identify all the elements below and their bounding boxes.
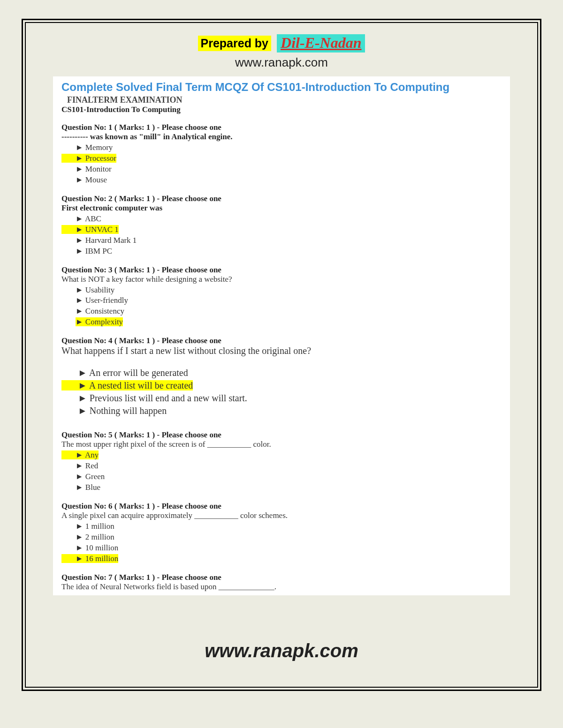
- bullet-icon: ►: [76, 225, 85, 234]
- options-list: ► 1 million ► 2 million ► 10 million ► 1…: [61, 521, 502, 564]
- option-text: ► Harvard Mark 1: [76, 236, 137, 245]
- options-list: ► Any ► Red ► Green ► Blue: [61, 450, 502, 493]
- option-label: 1 million: [85, 522, 114, 531]
- option-text: ► 16 million: [76, 554, 118, 563]
- option-indent: [61, 247, 76, 255]
- inner-border: Prepared by Dil-E-Nadan www.ranapk.com C…: [25, 22, 538, 688]
- option-label: Any: [85, 450, 99, 459]
- option: ► IBM PC: [61, 246, 502, 257]
- option-text: ► Complexity: [76, 317, 123, 326]
- option-text: ► ABC: [76, 214, 101, 223]
- bullet-icon: ►: [78, 393, 90, 403]
- bullet-icon: ►: [76, 165, 85, 173]
- bullet-icon: ►: [76, 154, 85, 163]
- bullet-icon: ►: [76, 214, 85, 223]
- question-header: Question No: 5 ( Marks: 1 ) - Please cho…: [61, 430, 502, 440]
- option-label: Previous list will end and a new will st…: [90, 393, 247, 403]
- option-label: Green: [85, 472, 105, 481]
- option-text: ► 10 million: [76, 543, 118, 552]
- option-indent: [61, 380, 78, 390]
- outer-border: Prepared by Dil-E-Nadan www.ranapk.com C…: [22, 19, 541, 691]
- option-label: ABC: [85, 214, 101, 223]
- option-label: Blue: [85, 483, 100, 492]
- option: ► Previous list will end and a new will …: [61, 392, 502, 405]
- option-correct: ► Any: [61, 450, 502, 461]
- option: ► 1 million: [61, 521, 502, 532]
- question-header: Question No: 6 ( Marks: 1 ) - Please cho…: [61, 502, 502, 511]
- option-label: Complexity: [85, 317, 123, 326]
- spacer: [61, 356, 502, 366]
- header-url: www.ranapk.com: [35, 55, 528, 70]
- option: ► 10 million: [61, 543, 502, 554]
- option: ► Usability: [61, 285, 502, 296]
- bullet-icon: ►: [76, 450, 85, 459]
- question-text: The most upper right pixel of the screen…: [61, 440, 502, 449]
- question-block: Question No: 2 ( Marks: 1 ) - Please cho…: [61, 194, 502, 257]
- option-label: Harvard Mark 1: [85, 236, 137, 245]
- bullet-icon: ►: [76, 472, 85, 481]
- option-correct: ► Processor: [61, 153, 502, 164]
- option-text: ► Processor: [76, 154, 116, 163]
- option-text: ► Red: [76, 461, 98, 470]
- option-label: 2 million: [85, 533, 114, 541]
- author-name: Dil-E-Nadan: [277, 34, 365, 53]
- option: ► Nothing will happen: [61, 405, 502, 417]
- option: ► 2 million: [61, 532, 502, 543]
- option-label: Red: [85, 461, 98, 470]
- exam-heading: FINALTERM EXAMINATION: [67, 95, 502, 105]
- option-text: ► Monitor: [76, 165, 112, 173]
- question-text: What is NOT a key factor while designing…: [61, 275, 502, 284]
- question-header: Question No: 7 ( Marks: 1 ) - Please cho…: [61, 573, 502, 582]
- option-label: User-friendly: [85, 296, 128, 305]
- option-text: ► Mouse: [76, 175, 107, 184]
- questions-container: Question No: 1 ( Marks: 1 ) - Please cho…: [61, 123, 502, 592]
- option-correct: ► 16 million: [61, 554, 502, 564]
- option-label: Consistency: [85, 307, 124, 315]
- question-block: Question No: 4 ( Marks: 1 ) - Please cho…: [61, 336, 502, 417]
- option-indent: [61, 214, 76, 223]
- options-list: ► Usability ► User-friendly ► Consistenc…: [61, 285, 502, 328]
- options-list: ► ABC ► UNVAC 1 ► Harvard Mark 1 ► IBM P…: [61, 214, 502, 257]
- option: ► Memory: [61, 143, 502, 153]
- option-indent: [61, 143, 76, 152]
- option-correct: ► A nested list will be created: [61, 379, 502, 392]
- option-label: Usability: [85, 285, 114, 294]
- question-block: Question No: 6 ( Marks: 1 ) - Please cho…: [61, 502, 502, 564]
- option-indent: [61, 165, 76, 173]
- option-indent: [61, 317, 76, 326]
- option-text: ► UNVAC 1: [76, 225, 119, 234]
- option-indent: [61, 154, 76, 163]
- option-text: ► User-friendly: [76, 296, 128, 305]
- option-indent: [61, 472, 76, 481]
- option-label: A nested list will be created: [89, 380, 193, 390]
- option-label: Nothing will happen: [90, 405, 167, 416]
- question-block: Question No: 1 ( Marks: 1 ) - Please cho…: [61, 123, 502, 186]
- bullet-icon: ►: [76, 175, 85, 184]
- option-text: ► Any: [76, 450, 99, 459]
- option-label: 16 million: [85, 554, 118, 563]
- option-label: Monitor: [85, 165, 112, 173]
- option-indent: [61, 450, 76, 459]
- option-label: Memory: [85, 143, 113, 152]
- option-text: ► Blue: [76, 483, 100, 492]
- question-header: Question No: 4 ( Marks: 1 ) - Please cho…: [61, 336, 502, 345]
- bullet-icon: ►: [76, 285, 85, 294]
- bullet-icon: ►: [76, 296, 85, 305]
- option-correct: ► UNVAC 1: [61, 225, 502, 235]
- option: ► An error will be generated: [61, 367, 502, 379]
- bullet-icon: ►: [76, 247, 85, 255]
- bullet-icon: ►: [76, 236, 85, 245]
- option-text: ► Previous list will end and a new will …: [78, 393, 247, 403]
- option-text: ► Green: [76, 472, 105, 481]
- option-indent: [61, 236, 76, 245]
- question-header: Question No: 3 ( Marks: 1 ) - Please cho…: [61, 265, 502, 275]
- bullet-icon: ►: [76, 317, 85, 326]
- options-list: ► Memory ► Processor ► Monitor ► Mouse: [61, 143, 502, 186]
- course-line: CS101-Introduction To Computing: [61, 105, 502, 114]
- option-text: ► Consistency: [76, 307, 124, 315]
- option-label: An error will be generated: [89, 368, 188, 378]
- page-title: Complete Solved Final Term MCQZ Of CS101…: [61, 80, 502, 94]
- header-line: Prepared by Dil-E-Nadan: [35, 34, 528, 53]
- footer-url: www.ranapk.com: [26, 640, 537, 661]
- option: ► Harvard Mark 1: [61, 235, 502, 246]
